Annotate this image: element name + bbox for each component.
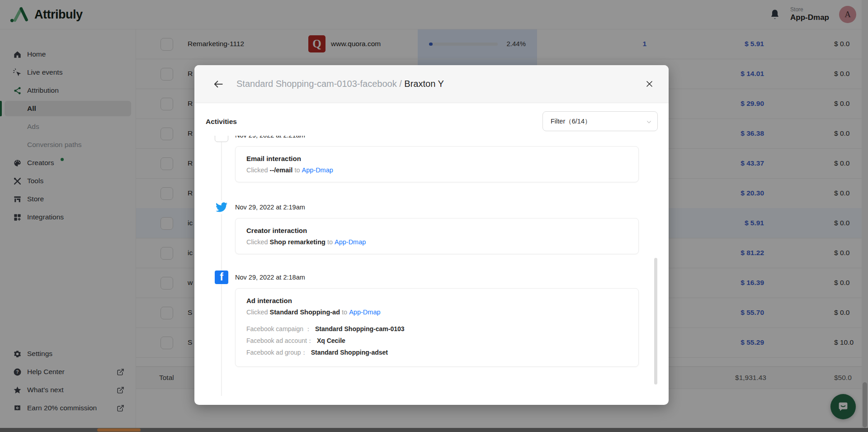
modal-title: Standard Shopping-cam-0103-facebook / Br… xyxy=(236,65,444,103)
spacer xyxy=(206,182,658,200)
event-description: Clicked --/email to App-Dmap xyxy=(246,166,627,174)
back-arrow-icon[interactable] xyxy=(212,78,224,90)
event-title: Email interaction xyxy=(246,155,627,162)
spacer xyxy=(206,254,658,271)
activities-heading: Activities xyxy=(206,118,237,126)
event-details: Facebook campaign ：Standard Shopping-cam… xyxy=(246,323,627,358)
event-target: Standard Shopping-ad xyxy=(270,309,340,316)
filter-dropdown[interactable]: Filter（6/14） xyxy=(542,111,658,131)
detail-row: Facebook campaign ：Standard Shopping-cam… xyxy=(246,323,627,335)
event-description: Clicked Standard Shopping-ad to App-Dmap xyxy=(246,309,627,316)
detail-row: Facebook ad account：Xq Cecile xyxy=(246,335,627,347)
activity-modal: Standard Shopping-cam-0103-facebook / Br… xyxy=(194,65,669,405)
twitter-icon xyxy=(215,200,228,214)
event-timestamp: Nov 29, 2022 at 2:18am xyxy=(235,274,305,281)
event-timestamp: Nov 29, 2022 at 2:19am xyxy=(235,204,305,211)
email-icon xyxy=(215,136,228,142)
timeline-event-creator: Nov 29, 2022 at 2:19am Creator interacti… xyxy=(206,200,658,254)
event-card: Creator interaction Clicked Shop remarke… xyxy=(235,218,639,254)
event-description: Clicked Shop remarketing to App-Dmap xyxy=(246,238,627,246)
event-card: Email interaction Clicked --/email to Ap… xyxy=(235,146,639,182)
event-card: Ad interaction Clicked Standard Shopping… xyxy=(235,288,639,367)
store-link[interactable]: App-Dmap xyxy=(349,309,380,316)
event-target: Shop remarketing xyxy=(270,238,326,246)
detail-row: Facebook ad group：Standard Shopping-adse… xyxy=(246,347,627,358)
timeline-event-email: Nov 29, 2022 at 2:21am Email interaction… xyxy=(206,136,658,182)
app-root: Attribuly Store App-Dmap A Home xyxy=(0,0,868,432)
customer-name: Braxton Y xyxy=(404,79,443,89)
event-target: --/email xyxy=(270,166,293,174)
modal-scrollbar-thumb[interactable] xyxy=(654,258,657,385)
chevron-down-icon xyxy=(646,119,652,124)
timeline-event-ad: f Nov 29, 2022 at 2:18am Ad interaction … xyxy=(206,271,658,367)
detail-value: Standard Shopping-adset xyxy=(311,349,388,356)
filter-dropdown-value: Filter（6/14） xyxy=(551,112,591,131)
detail-value: Standard Shopping-cam-0103 xyxy=(315,325,405,332)
facebook-icon: f xyxy=(215,271,228,284)
activity-timeline: Nov 29, 2022 at 2:21am Email interaction… xyxy=(206,136,658,396)
store-link[interactable]: App-Dmap xyxy=(302,166,333,174)
detail-value: Xq Cecile xyxy=(317,337,345,344)
store-link[interactable]: App-Dmap xyxy=(335,238,366,246)
event-title: Creator interaction xyxy=(246,227,627,234)
event-title: Ad interaction xyxy=(246,297,627,304)
modal-header: Standard Shopping-cam-0103-facebook / Br… xyxy=(194,65,669,103)
event-timestamp: Nov 29, 2022 at 2:21am xyxy=(235,136,305,139)
close-icon[interactable] xyxy=(645,80,654,88)
